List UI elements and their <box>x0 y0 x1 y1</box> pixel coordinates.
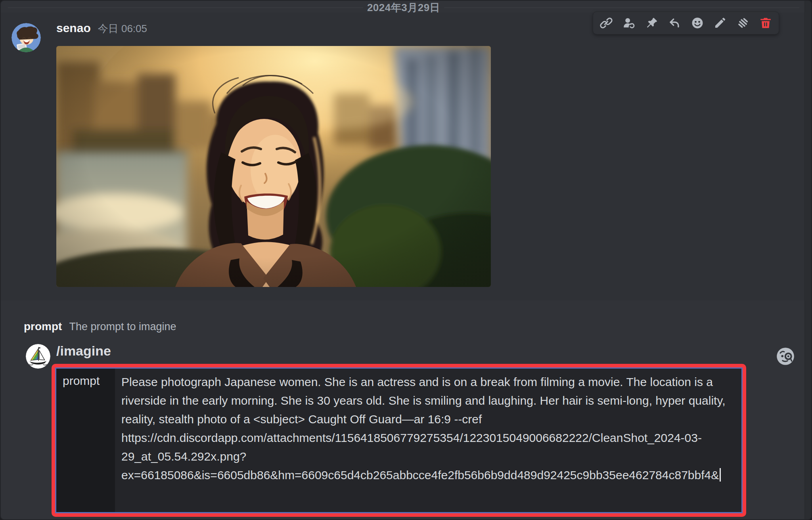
timestamp: 今日 06:05 <box>98 22 147 36</box>
copy-link-button[interactable] <box>596 13 617 32</box>
face-with-monocle-icon <box>775 346 796 367</box>
prompt-field: prompt Please photograph Japanese women.… <box>55 367 743 513</box>
edit-message-button[interactable] <box>710 13 730 32</box>
reaction-emoji-button[interactable] <box>775 346 796 367</box>
command-label: /imagine <box>56 343 111 359</box>
link-icon <box>599 16 613 30</box>
command-option-header: prompt The prompt to imagine <box>24 320 176 333</box>
annotation-rectangle: prompt Please photograph Japanese women.… <box>52 364 746 517</box>
add-reaction-icon <box>691 16 704 30</box>
midjourney-sailboat-icon <box>26 344 50 369</box>
message-actions-toolbar <box>593 11 779 34</box>
prompt-input[interactable]: Please photograph Japanese women. She is… <box>115 369 741 512</box>
photo-smiling-woman <box>56 46 491 287</box>
prompt-field-label: prompt <box>56 369 115 512</box>
option-name: prompt <box>24 320 62 333</box>
discord-window: 2024年3月29日 <box>0 0 812 520</box>
attachment-image[interactable] <box>56 46 491 287</box>
username[interactable]: senao <box>56 21 91 35</box>
person-redo-icon <box>622 16 636 30</box>
avatar[interactable] <box>11 23 41 52</box>
delete-message-button[interactable] <box>755 13 776 32</box>
delete-trash-icon <box>759 16 772 30</box>
divider-line <box>444 8 799 8</box>
scrollbar-track[interactable] <box>804 1 811 519</box>
edit-pencil-icon <box>713 16 727 30</box>
cartoon-boy-avatar-icon <box>11 23 41 52</box>
message: senao 今日 06:05 <box>1 13 806 300</box>
pin-icon <box>645 16 659 30</box>
prompt-input-value: Please photograph Japanese women. She is… <box>121 375 729 482</box>
diagonal-lines-icon <box>736 16 750 30</box>
person-redo-button[interactable] <box>619 13 639 32</box>
divider-line <box>8 8 363 8</box>
add-reaction-button[interactable] <box>687 13 708 32</box>
text-caret <box>720 468 721 482</box>
bot-avatar <box>26 344 50 369</box>
message-header: senao 今日 06:05 <box>56 21 147 36</box>
pin-message-button[interactable] <box>642 13 662 32</box>
option-description: The prompt to imagine <box>69 321 176 333</box>
reply-icon <box>668 16 681 30</box>
reply-button[interactable] <box>664 13 685 32</box>
diagonal-lines-button[interactable] <box>733 13 753 32</box>
